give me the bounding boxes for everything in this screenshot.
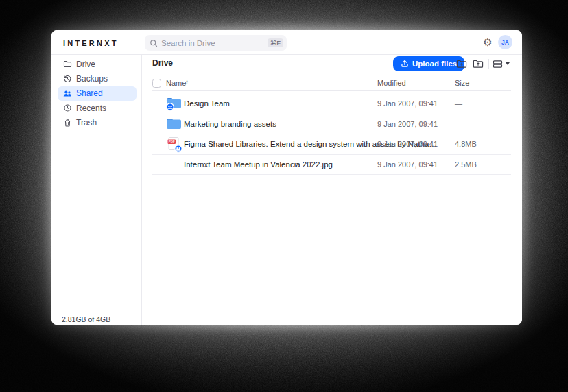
file-name: Marketing branding assets xyxy=(184,120,276,128)
sidebar-item-drive[interactable]: Drive xyxy=(58,57,137,71)
file-size: — xyxy=(455,120,462,128)
table-row[interactable]: Marketing branding assets 9 Jan 2007, 09… xyxy=(152,114,511,135)
internxt-drive-window: INTERNXT ⌘F ⚙ JA Drive xyxy=(51,30,522,325)
sidebar-item-backups[interactable]: Backups xyxy=(58,71,137,86)
table-row[interactable]: PDF Figma Shared Libraries. Extend a des… xyxy=(152,134,511,155)
storage-usage-label: 2.81GB of 4GB xyxy=(62,315,110,323)
search-icon xyxy=(150,39,158,47)
file-size: 2.5MB xyxy=(455,160,477,169)
file-modified: 9 Jan 2007, 09:41 xyxy=(377,160,438,169)
table-row[interactable]: Internxt Team Meetup in Valencia 2022.jp… xyxy=(152,155,511,175)
toolbar-divider xyxy=(488,59,489,69)
clock-icon xyxy=(63,103,72,112)
sort-ascending-icon[interactable]: ↑ xyxy=(185,78,189,86)
file-name: Internxt Team Meetup in Valencia 2022.jp… xyxy=(184,160,333,169)
trash-icon xyxy=(63,119,72,127)
chevron-down-icon xyxy=(506,62,510,65)
top-bar: INTERNXT ⌘F ⚙ JA xyxy=(51,30,522,55)
sidebar-item-recents[interactable]: Recents xyxy=(58,101,137,115)
upload-icon xyxy=(401,60,409,68)
folder-plus-icon xyxy=(456,59,467,69)
sidebar-item-label: Shared xyxy=(76,88,103,98)
sidebar-item-shared[interactable]: Shared xyxy=(58,86,137,101)
folder-icon xyxy=(63,60,72,69)
shared-pdf-icon: PDF xyxy=(166,136,182,153)
table-row[interactable]: Design Team 9 Jan 2007, 09:41 — xyxy=(152,94,511,114)
folder-icon xyxy=(166,117,182,132)
file-modified: 9 Jan 2007, 09:41 xyxy=(377,120,438,128)
file-name: Design Team xyxy=(184,99,230,108)
file-size: 4.8MB xyxy=(455,140,477,148)
gear-icon: ⚙ xyxy=(483,36,492,49)
sidebar: Drive Backups xyxy=(51,55,142,325)
select-all-checkbox[interactable] xyxy=(152,79,161,88)
sidebar-item-label: Recents xyxy=(76,103,106,113)
create-folder-button[interactable] xyxy=(455,58,468,70)
file-list: Design Team 9 Jan 2007, 09:41 — Marketin… xyxy=(152,94,511,175)
sidebar-item-trash[interactable]: Trash xyxy=(58,116,137,130)
folder-arrow-up-icon xyxy=(473,59,484,69)
sidebar-item-label: Drive xyxy=(76,60,95,69)
list-view-icon xyxy=(493,60,503,69)
breadcrumb[interactable]: Drive xyxy=(152,58,173,68)
avatar[interactable]: JA xyxy=(498,35,512,49)
backup-clock-icon xyxy=(63,75,72,84)
settings-button[interactable]: ⚙ xyxy=(481,36,495,49)
upload-folder-button[interactable] xyxy=(472,58,484,70)
main-panel: Drive Upload files xyxy=(142,55,522,325)
pdf-badge-label: PDF xyxy=(169,140,175,144)
users-icon xyxy=(63,89,72,98)
upload-files-label: Upload files xyxy=(412,60,457,68)
sidebar-nav: Drive Backups xyxy=(58,57,137,130)
column-header-name[interactable]: Name xyxy=(166,79,186,87)
column-header-modified[interactable]: Modified xyxy=(377,79,406,87)
file-modified: 9 Jan 2007, 09:41 xyxy=(377,99,438,108)
shared-folder-icon xyxy=(166,96,182,111)
table-header: Name ↑ Modified Size xyxy=(152,75,511,91)
search-bar[interactable]: ⌘F xyxy=(145,35,287,51)
screenshot-stage: INTERNXT ⌘F ⚙ JA Drive xyxy=(0,0,568,392)
column-header-size[interactable]: Size xyxy=(455,79,469,87)
file-modified: 9 Jan 2007, 09:41 xyxy=(377,140,438,148)
view-mode-toggle[interactable] xyxy=(493,58,510,70)
sidebar-item-label: Backups xyxy=(76,74,108,84)
file-size: — xyxy=(455,99,462,108)
sidebar-item-label: Trash xyxy=(76,118,97,127)
search-input[interactable] xyxy=(161,39,264,47)
search-shortcut-badge: ⌘F xyxy=(268,38,283,48)
upload-files-button[interactable]: Upload files xyxy=(393,56,464,71)
internxt-logo: INTERNXT xyxy=(63,39,119,47)
